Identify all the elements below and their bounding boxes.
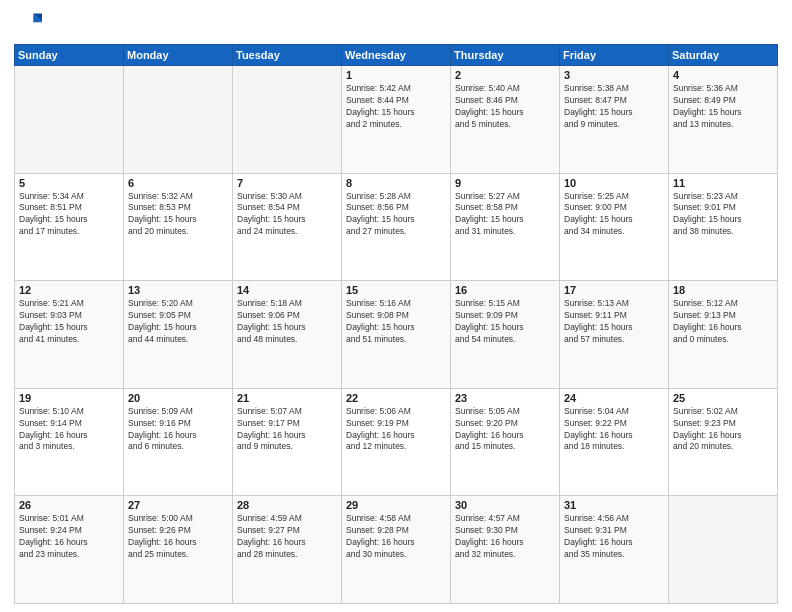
calendar-week-4: 19Sunrise: 5:10 AM Sunset: 9:14 PM Dayli… bbox=[15, 388, 778, 496]
day-number: 5 bbox=[19, 177, 119, 189]
day-detail: Sunrise: 5:28 AM Sunset: 8:56 PM Dayligh… bbox=[346, 191, 446, 239]
day-number: 1 bbox=[346, 69, 446, 81]
calendar-cell: 3Sunrise: 5:38 AM Sunset: 8:47 PM Daylig… bbox=[560, 66, 669, 174]
calendar-cell: 5Sunrise: 5:34 AM Sunset: 8:51 PM Daylig… bbox=[15, 173, 124, 281]
calendar-cell: 16Sunrise: 5:15 AM Sunset: 9:09 PM Dayli… bbox=[451, 281, 560, 389]
calendar-week-5: 26Sunrise: 5:01 AM Sunset: 9:24 PM Dayli… bbox=[15, 496, 778, 604]
day-number: 9 bbox=[455, 177, 555, 189]
calendar-cell: 7Sunrise: 5:30 AM Sunset: 8:54 PM Daylig… bbox=[233, 173, 342, 281]
calendar-cell: 19Sunrise: 5:10 AM Sunset: 9:14 PM Dayli… bbox=[15, 388, 124, 496]
day-detail: Sunrise: 5:06 AM Sunset: 9:19 PM Dayligh… bbox=[346, 406, 446, 454]
calendar-cell: 15Sunrise: 5:16 AM Sunset: 9:08 PM Dayli… bbox=[342, 281, 451, 389]
calendar-cell: 10Sunrise: 5:25 AM Sunset: 9:00 PM Dayli… bbox=[560, 173, 669, 281]
day-number: 27 bbox=[128, 499, 228, 511]
day-number: 10 bbox=[564, 177, 664, 189]
calendar-cell: 21Sunrise: 5:07 AM Sunset: 9:17 PM Dayli… bbox=[233, 388, 342, 496]
calendar-cell: 23Sunrise: 5:05 AM Sunset: 9:20 PM Dayli… bbox=[451, 388, 560, 496]
day-number: 6 bbox=[128, 177, 228, 189]
calendar-cell: 24Sunrise: 5:04 AM Sunset: 9:22 PM Dayli… bbox=[560, 388, 669, 496]
day-detail: Sunrise: 4:56 AM Sunset: 9:31 PM Dayligh… bbox=[564, 513, 664, 561]
day-detail: Sunrise: 5:02 AM Sunset: 9:23 PM Dayligh… bbox=[673, 406, 773, 454]
calendar-cell: 9Sunrise: 5:27 AM Sunset: 8:58 PM Daylig… bbox=[451, 173, 560, 281]
calendar-cell: 25Sunrise: 5:02 AM Sunset: 9:23 PM Dayli… bbox=[669, 388, 778, 496]
calendar-cell: 27Sunrise: 5:00 AM Sunset: 9:26 PM Dayli… bbox=[124, 496, 233, 604]
day-number: 20 bbox=[128, 392, 228, 404]
calendar-cell: 11Sunrise: 5:23 AM Sunset: 9:01 PM Dayli… bbox=[669, 173, 778, 281]
day-number: 29 bbox=[346, 499, 446, 511]
day-number: 21 bbox=[237, 392, 337, 404]
day-detail: Sunrise: 5:34 AM Sunset: 8:51 PM Dayligh… bbox=[19, 191, 119, 239]
day-number: 2 bbox=[455, 69, 555, 81]
day-detail: Sunrise: 5:20 AM Sunset: 9:05 PM Dayligh… bbox=[128, 298, 228, 346]
day-detail: Sunrise: 5:32 AM Sunset: 8:53 PM Dayligh… bbox=[128, 191, 228, 239]
day-detail: Sunrise: 4:58 AM Sunset: 9:28 PM Dayligh… bbox=[346, 513, 446, 561]
weekday-header-row: SundayMondayTuesdayWednesdayThursdayFrid… bbox=[15, 45, 778, 66]
day-detail: Sunrise: 4:59 AM Sunset: 9:27 PM Dayligh… bbox=[237, 513, 337, 561]
calendar-cell: 26Sunrise: 5:01 AM Sunset: 9:24 PM Dayli… bbox=[15, 496, 124, 604]
day-number: 28 bbox=[237, 499, 337, 511]
calendar-cell: 6Sunrise: 5:32 AM Sunset: 8:53 PM Daylig… bbox=[124, 173, 233, 281]
day-detail: Sunrise: 5:05 AM Sunset: 9:20 PM Dayligh… bbox=[455, 406, 555, 454]
day-number: 8 bbox=[346, 177, 446, 189]
day-number: 25 bbox=[673, 392, 773, 404]
calendar-cell: 4Sunrise: 5:36 AM Sunset: 8:49 PM Daylig… bbox=[669, 66, 778, 174]
day-number: 3 bbox=[564, 69, 664, 81]
day-number: 17 bbox=[564, 284, 664, 296]
calendar-cell: 1Sunrise: 5:42 AM Sunset: 8:44 PM Daylig… bbox=[342, 66, 451, 174]
weekday-header-wednesday: Wednesday bbox=[342, 45, 451, 66]
day-detail: Sunrise: 5:36 AM Sunset: 8:49 PM Dayligh… bbox=[673, 83, 773, 131]
day-number: 26 bbox=[19, 499, 119, 511]
day-detail: Sunrise: 5:38 AM Sunset: 8:47 PM Dayligh… bbox=[564, 83, 664, 131]
calendar-cell: 8Sunrise: 5:28 AM Sunset: 8:56 PM Daylig… bbox=[342, 173, 451, 281]
day-number: 31 bbox=[564, 499, 664, 511]
day-detail: Sunrise: 5:27 AM Sunset: 8:58 PM Dayligh… bbox=[455, 191, 555, 239]
day-detail: Sunrise: 5:04 AM Sunset: 9:22 PM Dayligh… bbox=[564, 406, 664, 454]
day-detail: Sunrise: 5:01 AM Sunset: 9:24 PM Dayligh… bbox=[19, 513, 119, 561]
day-detail: Sunrise: 5:09 AM Sunset: 9:16 PM Dayligh… bbox=[128, 406, 228, 454]
calendar-cell: 28Sunrise: 4:59 AM Sunset: 9:27 PM Dayli… bbox=[233, 496, 342, 604]
calendar-cell: 20Sunrise: 5:09 AM Sunset: 9:16 PM Dayli… bbox=[124, 388, 233, 496]
day-number: 12 bbox=[19, 284, 119, 296]
day-number: 19 bbox=[19, 392, 119, 404]
day-number: 16 bbox=[455, 284, 555, 296]
calendar-cell: 22Sunrise: 5:06 AM Sunset: 9:19 PM Dayli… bbox=[342, 388, 451, 496]
calendar-cell bbox=[233, 66, 342, 174]
day-number: 23 bbox=[455, 392, 555, 404]
day-detail: Sunrise: 5:00 AM Sunset: 9:26 PM Dayligh… bbox=[128, 513, 228, 561]
calendar-cell: 31Sunrise: 4:56 AM Sunset: 9:31 PM Dayli… bbox=[560, 496, 669, 604]
calendar-week-3: 12Sunrise: 5:21 AM Sunset: 9:03 PM Dayli… bbox=[15, 281, 778, 389]
calendar-week-2: 5Sunrise: 5:34 AM Sunset: 8:51 PM Daylig… bbox=[15, 173, 778, 281]
day-detail: Sunrise: 4:57 AM Sunset: 9:30 PM Dayligh… bbox=[455, 513, 555, 561]
day-number: 11 bbox=[673, 177, 773, 189]
day-number: 24 bbox=[564, 392, 664, 404]
day-number: 30 bbox=[455, 499, 555, 511]
calendar-week-1: 1Sunrise: 5:42 AM Sunset: 8:44 PM Daylig… bbox=[15, 66, 778, 174]
day-detail: Sunrise: 5:25 AM Sunset: 9:00 PM Dayligh… bbox=[564, 191, 664, 239]
calendar-cell: 2Sunrise: 5:40 AM Sunset: 8:46 PM Daylig… bbox=[451, 66, 560, 174]
day-number: 15 bbox=[346, 284, 446, 296]
day-detail: Sunrise: 5:16 AM Sunset: 9:08 PM Dayligh… bbox=[346, 298, 446, 346]
header bbox=[14, 10, 778, 38]
calendar-cell bbox=[124, 66, 233, 174]
weekday-header-monday: Monday bbox=[124, 45, 233, 66]
day-detail: Sunrise: 5:18 AM Sunset: 9:06 PM Dayligh… bbox=[237, 298, 337, 346]
calendar-cell: 14Sunrise: 5:18 AM Sunset: 9:06 PM Dayli… bbox=[233, 281, 342, 389]
day-detail: Sunrise: 5:15 AM Sunset: 9:09 PM Dayligh… bbox=[455, 298, 555, 346]
logo-icon bbox=[14, 10, 42, 38]
calendar-table: SundayMondayTuesdayWednesdayThursdayFrid… bbox=[14, 44, 778, 604]
weekday-header-saturday: Saturday bbox=[669, 45, 778, 66]
day-number: 18 bbox=[673, 284, 773, 296]
day-detail: Sunrise: 5:13 AM Sunset: 9:11 PM Dayligh… bbox=[564, 298, 664, 346]
page: SundayMondayTuesdayWednesdayThursdayFrid… bbox=[0, 0, 792, 612]
day-number: 4 bbox=[673, 69, 773, 81]
calendar-cell bbox=[15, 66, 124, 174]
day-detail: Sunrise: 5:40 AM Sunset: 8:46 PM Dayligh… bbox=[455, 83, 555, 131]
calendar-cell: 29Sunrise: 4:58 AM Sunset: 9:28 PM Dayli… bbox=[342, 496, 451, 604]
calendar-cell: 12Sunrise: 5:21 AM Sunset: 9:03 PM Dayli… bbox=[15, 281, 124, 389]
weekday-header-tuesday: Tuesday bbox=[233, 45, 342, 66]
day-detail: Sunrise: 5:12 AM Sunset: 9:13 PM Dayligh… bbox=[673, 298, 773, 346]
calendar-cell: 13Sunrise: 5:20 AM Sunset: 9:05 PM Dayli… bbox=[124, 281, 233, 389]
calendar-cell: 30Sunrise: 4:57 AM Sunset: 9:30 PM Dayli… bbox=[451, 496, 560, 604]
day-detail: Sunrise: 5:23 AM Sunset: 9:01 PM Dayligh… bbox=[673, 191, 773, 239]
weekday-header-thursday: Thursday bbox=[451, 45, 560, 66]
